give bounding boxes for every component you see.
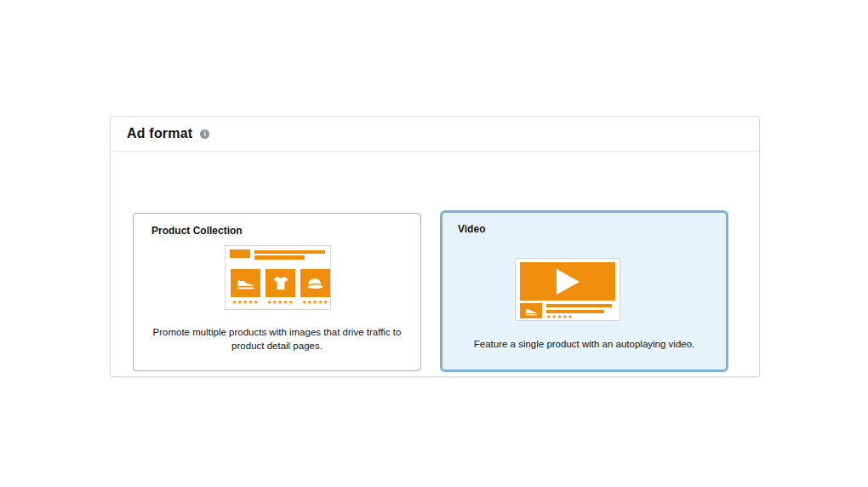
product-thumb-tile — [520, 303, 542, 318]
product-tile — [300, 269, 330, 297]
product-tile — [231, 269, 260, 297]
card-title: Product Collection — [151, 225, 243, 237]
card-title: Video — [458, 223, 485, 235]
rating-stars: ★★★★★ — [231, 299, 260, 306]
headline-line — [546, 304, 612, 307]
card-description: Promote multiple products with images th… — [146, 325, 408, 352]
panel-body: Product Collection — [111, 152, 759, 376]
brand-logo-bar — [230, 249, 250, 258]
product-collection-illustration: ★★★★★ ★★★★★ ★★★★★ — [225, 245, 331, 310]
product-tile — [266, 269, 295, 297]
tshirt-icon — [271, 274, 290, 293]
sneaker-icon — [524, 306, 539, 317]
rating-stars: ★★★★★ — [300, 299, 330, 306]
ad-format-panel: Ad format i Product Collection — [110, 116, 760, 377]
cap-icon — [306, 276, 325, 291]
ad-format-card-product-collection[interactable]: Product Collection — [133, 213, 421, 371]
rating-stars: ★★★★★ — [266, 299, 295, 306]
page: Ad format i Product Collection — [0, 0, 868, 487]
ad-format-card-video[interactable]: Video — [440, 210, 728, 372]
panel-title: Ad format — [127, 126, 192, 141]
sneaker-icon — [236, 275, 256, 291]
panel-header: Ad format i — [111, 117, 759, 152]
play-icon — [557, 269, 580, 295]
subline-line — [254, 255, 305, 260]
rating-stars: ★★★★★ — [546, 313, 589, 320]
headline-line — [254, 250, 325, 254]
card-description: Feature a single product with an autopla… — [454, 337, 714, 351]
video-player-rect — [520, 262, 615, 301]
info-icon[interactable]: i — [200, 129, 209, 139]
video-illustration: ★★★★★ — [515, 258, 620, 321]
